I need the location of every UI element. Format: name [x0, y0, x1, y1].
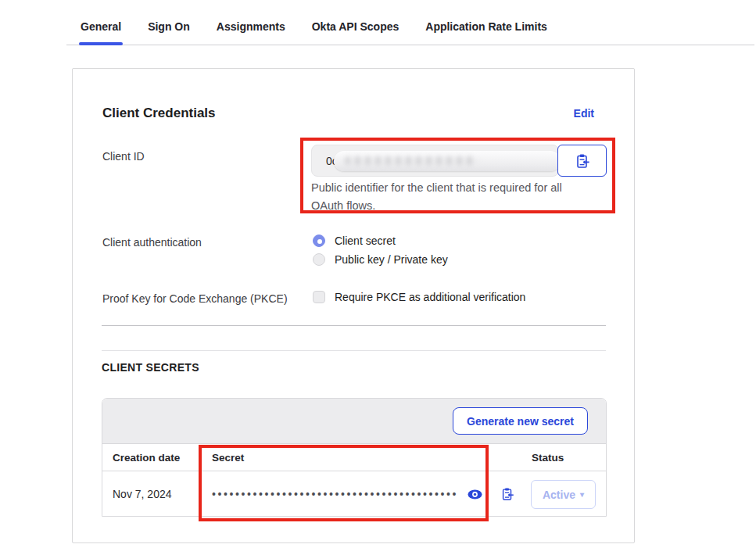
table-toolbar: Generate new secret	[102, 399, 606, 443]
tab-application-rate-limits[interactable]: Application Rate Limits	[425, 19, 547, 44]
copy-secret-icon[interactable]	[500, 487, 514, 501]
tab-okta-api-scopes[interactable]: Okta API Scopes	[312, 19, 399, 44]
tab-sign-on[interactable]: Sign On	[148, 19, 190, 44]
radio-public-key-label: Public key / Private key	[335, 253, 448, 266]
masked-secret-value: ••••••••••••••••••••••••••••••••••••••••…	[212, 489, 458, 500]
column-header-secret: Secret	[212, 452, 244, 464]
secret-table-row: Nov 7, 2024 ••••••••••••••••••••••••••••…	[102, 471, 606, 517]
radio-client-secret[interactable]	[313, 235, 325, 247]
status-dropdown-button[interactable]: Active ▾	[531, 480, 596, 509]
pkce-checkbox-label: Require PKCE as additional verification	[335, 291, 525, 303]
pkce-label: Proof Key for Code Exchange (PKCE)	[102, 292, 288, 305]
secret-creation-date: Nov 7, 2024	[113, 488, 172, 500]
client-authentication-label: Client authentication	[102, 236, 202, 249]
tab-assignments[interactable]: Assignments	[217, 19, 285, 44]
client-secrets-heading: CLIENT SECRETS	[102, 361, 199, 374]
status-label: Active	[543, 489, 575, 501]
pkce-option: Require PKCE as additional verification	[313, 291, 525, 303]
client-id-redaction-blur	[334, 151, 561, 171]
radio-public-key[interactable]	[313, 253, 325, 266]
table-header: Creation date Secret Status	[102, 443, 606, 471]
copy-client-id-button[interactable]	[557, 145, 607, 177]
client-id-help-text: Public identifier for the client that is…	[311, 179, 585, 215]
client-secrets-table: Generate new secret Creation date Secret…	[102, 398, 607, 517]
eye-icon[interactable]	[468, 489, 482, 500]
column-header-creation-date: Creation date	[113, 452, 180, 464]
client-credentials-card: Client Credentials Edit Client ID 0o Pub…	[72, 68, 635, 543]
section-divider	[102, 325, 606, 326]
pkce-checkbox[interactable]	[313, 291, 325, 303]
client-id-label: Client ID	[102, 150, 145, 163]
app-tab-bar: General Sign On Assignments Okta API Sco…	[66, 19, 754, 45]
secret-value-cell: ••••••••••••••••••••••••••••••••••••••••…	[212, 471, 482, 517]
edit-link[interactable]: Edit	[574, 107, 594, 120]
section-divider	[102, 350, 606, 351]
card-title: Client Credentials	[102, 106, 216, 121]
column-header-status: Status	[532, 452, 564, 464]
generate-new-secret-button[interactable]: Generate new secret	[453, 407, 588, 435]
tab-general[interactable]: General	[81, 19, 121, 44]
clipboard-copy-icon	[575, 153, 590, 169]
client-secret-option: Client secret	[313, 235, 396, 247]
radio-client-secret-label: Client secret	[335, 235, 396, 247]
client-id-input[interactable]: 0o	[311, 145, 559, 177]
public-key-option: Public key / Private key	[313, 253, 448, 266]
chevron-down-icon: ▾	[580, 490, 584, 499]
